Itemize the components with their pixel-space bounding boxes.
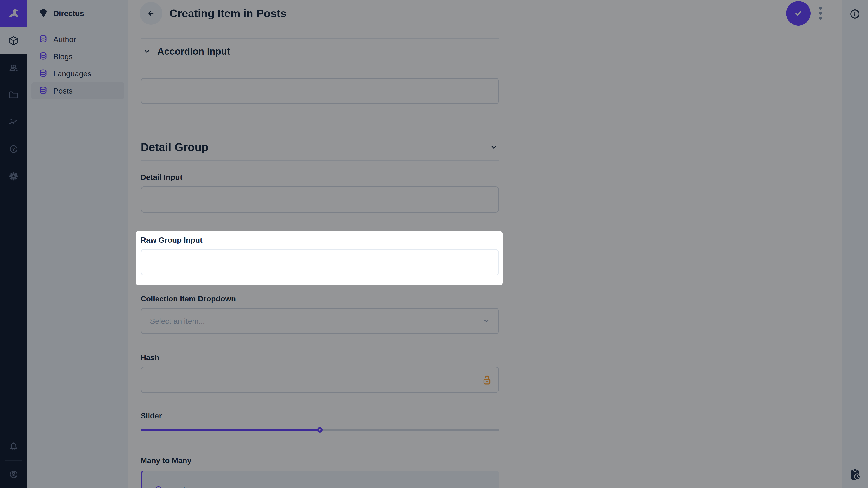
project-fan-icon <box>38 8 49 18</box>
back-arrow-icon <box>146 8 156 19</box>
project-chooser[interactable]: Directus <box>27 0 128 27</box>
unlock-icon <box>482 375 492 385</box>
field-label: Detail Input <box>141 172 499 182</box>
empty-items-text: No items <box>171 486 202 488</box>
slider-fill <box>141 429 320 431</box>
database-icon <box>38 35 48 44</box>
more-options-button[interactable] <box>814 1 827 26</box>
detail-group-title: Detail Group <box>141 141 489 154</box>
info-circle-icon <box>153 485 164 488</box>
select-chevron-icon <box>482 317 491 326</box>
section-divider <box>141 38 499 39</box>
revisions-button[interactable] <box>848 467 862 482</box>
accordion-input[interactable] <box>141 78 499 104</box>
field-label: Slider <box>141 411 499 420</box>
module-bar: ? <box>0 0 27 488</box>
vertical-dots-icon <box>819 4 822 22</box>
nav-item-label: Blogs <box>53 52 72 61</box>
chart-sparkle-icon <box>8 117 19 127</box>
module-settings[interactable] <box>0 163 27 190</box>
section-divider <box>141 160 499 161</box>
detail-input[interactable] <box>141 186 499 213</box>
nav-item-blogs[interactable]: Blogs <box>31 48 124 65</box>
people-icon <box>8 63 19 73</box>
detail-group-header[interactable]: Detail Group <box>141 140 499 155</box>
database-icon <box>38 86 48 96</box>
page-header: Creating Item in Posts <box>128 0 842 27</box>
nav-item-posts[interactable]: Posts <box>31 82 124 99</box>
info-button[interactable] <box>848 7 862 21</box>
field-raw-group-input-spotlight: Raw Group Input <box>135 231 503 285</box>
slider[interactable] <box>141 425 499 435</box>
field-collection-item-dropdown: Collection Item Dropdown Select an item.… <box>141 294 499 334</box>
select-placeholder: Select an item... <box>150 317 482 326</box>
directus-logo[interactable] <box>0 0 27 27</box>
box-icon <box>8 35 19 46</box>
field-detail-input: Detail Input <box>141 172 499 213</box>
question-circle-icon: ? <box>8 144 19 154</box>
save-button[interactable] <box>786 1 811 26</box>
slider-thumb[interactable] <box>317 427 322 433</box>
hash-input[interactable] <box>141 367 499 393</box>
nav-item-label: Languages <box>53 69 91 78</box>
chevron-down-icon <box>143 47 151 56</box>
right-sidebar <box>842 0 868 488</box>
folder-icon <box>8 90 19 100</box>
nav-item-author[interactable]: Author <box>31 31 124 48</box>
nav-item-languages[interactable]: Languages <box>31 65 124 82</box>
svg-text:?: ? <box>12 147 15 152</box>
main-content: Creating Item in Posts Accordion Input D… <box>128 0 842 488</box>
module-help[interactable]: ? <box>0 135 27 163</box>
check-icon <box>793 8 804 19</box>
collection-item-dropdown[interactable]: Select an item... <box>141 308 499 334</box>
info-icon <box>848 8 861 20</box>
module-content[interactable] <box>0 27 27 54</box>
module-users[interactable] <box>0 54 27 81</box>
field-label: Hash <box>141 353 499 362</box>
bell-icon <box>8 442 19 452</box>
field-many-to-many: Many to Many No items <box>141 456 499 488</box>
field-label: Collection Item Dropdown <box>141 294 499 303</box>
directus-rabbit-icon <box>6 6 21 21</box>
collection-list: Author Blogs Languages Posts <box>27 27 128 99</box>
account-button[interactable] <box>0 461 27 488</box>
project-name: Directus <box>53 9 84 18</box>
module-insights[interactable] <box>0 108 27 135</box>
back-button[interactable] <box>140 2 162 25</box>
field-hash: Hash <box>141 353 499 393</box>
field-label: Many to Many <box>141 456 499 465</box>
raw-group-input[interactable] <box>141 249 499 275</box>
accordion-title: Accordion Input <box>157 46 230 57</box>
database-icon <box>38 52 48 61</box>
nav-item-label: Author <box>53 35 76 44</box>
clipboard-clock-icon <box>848 467 862 482</box>
field-label: Raw Group Input <box>141 235 499 245</box>
item-form: Accordion Input Detail Group Detail Inpu… <box>141 38 499 488</box>
database-icon <box>38 69 48 78</box>
section-divider <box>141 122 499 123</box>
gear-icon <box>8 171 19 182</box>
field-slider: Slider <box>141 411 499 435</box>
page-title: Creating Item in Posts <box>169 7 786 20</box>
chevron-down-icon <box>489 142 499 152</box>
notifications-button[interactable] <box>0 433 27 460</box>
nav-item-label: Posts <box>53 87 72 95</box>
module-files[interactable] <box>0 81 27 108</box>
empty-items-notice: No items <box>141 470 499 488</box>
avatar-circle-icon <box>8 469 19 480</box>
accordion-header[interactable]: Accordion Input <box>141 46 499 57</box>
module-bar-spacer <box>0 190 27 433</box>
nav-sidebar: Directus Author Blogs Languages Posts <box>27 0 128 488</box>
